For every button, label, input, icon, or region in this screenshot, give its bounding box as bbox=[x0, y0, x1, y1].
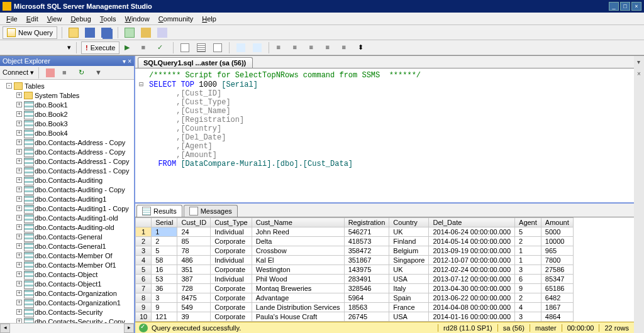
expand-toggle-icon[interactable]: + bbox=[16, 196, 22, 202]
row-header[interactable]: 4 bbox=[136, 256, 152, 265]
include-stats-button[interactable]: ≡ bbox=[339, 41, 353, 54]
expand-toggle-icon[interactable]: + bbox=[16, 205, 22, 211]
indent-button[interactable]: ≡ bbox=[274, 41, 287, 54]
table-row[interactable]: 3578CorporateCrossbow358472Belgium2013-0… bbox=[136, 246, 574, 256]
grid-cell[interactable]: 2014-05-14 00:00:00.000 bbox=[429, 237, 515, 246]
grid-cell[interactable]: 2012-10-07 00:00:00.000 bbox=[429, 256, 515, 265]
grid-cell[interactable]: Individual bbox=[211, 227, 252, 237]
grid-cell[interactable]: Lande Distribution Services bbox=[252, 303, 344, 312]
grid-cell[interactable]: UK bbox=[389, 265, 429, 275]
tree-node[interactable]: +dbo.Contacts-Address - Copy bbox=[4, 147, 134, 156]
scroll-left-button[interactable]: ◂ bbox=[0, 324, 10, 333]
column-header[interactable]: Amount bbox=[541, 218, 573, 227]
comment-button[interactable] bbox=[234, 41, 248, 54]
new-query-button[interactable]: New Query bbox=[3, 26, 57, 39]
debug-button[interactable]: ▶ bbox=[122, 41, 136, 54]
expand-toggle-icon[interactable]: + bbox=[16, 168, 22, 173]
table-row[interactable]: 736728CorporateMontaq Breweries328546Ita… bbox=[136, 284, 574, 293]
window-maximize-button[interactable]: □ bbox=[620, 2, 630, 11]
expand-toggle-icon[interactable]: + bbox=[16, 234, 22, 239]
column-header[interactable]: Agent bbox=[515, 218, 541, 227]
column-header[interactable]: Del_Date bbox=[429, 218, 515, 227]
expand-toggle-icon[interactable]: + bbox=[16, 281, 22, 287]
tree-node[interactable]: +dbo.Contacts-Security bbox=[4, 307, 134, 317]
grid-cell[interactable]: Corporate bbox=[211, 284, 252, 293]
grid-cell[interactable]: 546271 bbox=[344, 227, 389, 237]
tree-node[interactable]: +dbo.Book1 bbox=[4, 100, 134, 109]
grid-cell[interactable]: 65186 bbox=[541, 284, 573, 293]
expand-toggle-icon[interactable]: + bbox=[16, 243, 22, 249]
grid-cell[interactable]: 16 bbox=[152, 265, 177, 275]
grid-cell[interactable]: John Reed bbox=[252, 227, 344, 237]
table-row[interactable]: 2285CorporateDelta418573Finland2014-05-1… bbox=[136, 237, 574, 246]
grid-cell[interactable]: 1 bbox=[515, 256, 541, 265]
tree-node[interactable]: +dbo.Contacts-Address1 - Copy bbox=[4, 156, 134, 166]
grid-cell[interactable]: 3 bbox=[152, 293, 177, 303]
grid-cell[interactable]: 85347 bbox=[541, 275, 573, 284]
grid-cell[interactable]: 5964 bbox=[344, 293, 389, 303]
save-all-button[interactable] bbox=[99, 26, 113, 39]
grid-cell[interactable]: 1 bbox=[152, 227, 177, 237]
table-row[interactable]: 653387IndividualPhil Wood283491USA2013-0… bbox=[136, 275, 574, 284]
tree-node[interactable]: +dbo.Contacts-Object bbox=[4, 270, 134, 279]
expand-toggle-icon[interactable]: + bbox=[16, 102, 22, 107]
menu-window[interactable]: Window bbox=[121, 14, 153, 24]
grid-cell[interactable]: Individual bbox=[211, 256, 252, 265]
grid-cell[interactable]: 4 bbox=[515, 303, 541, 312]
window-minimize-button[interactable]: _ bbox=[609, 2, 619, 11]
grid-cell[interactable]: 2013-09-19 00:00:00.000 bbox=[429, 246, 515, 256]
grid-cell[interactable]: Spain bbox=[389, 293, 429, 303]
grid-cell[interactable]: 1867 bbox=[541, 303, 573, 312]
menu-community[interactable]: Community bbox=[155, 14, 197, 24]
grid-cell[interactable]: 121 bbox=[152, 312, 177, 322]
scroll-right-button[interactable]: ▸ bbox=[124, 324, 134, 333]
open-file-button[interactable] bbox=[67, 26, 80, 39]
row-header[interactable]: 9 bbox=[136, 303, 152, 312]
save-button[interactable] bbox=[83, 26, 97, 39]
tree-node[interactable]: +dbo.Book2 bbox=[4, 109, 134, 119]
grid-cell[interactable]: 351867 bbox=[344, 256, 389, 265]
grid-cell[interactable]: 5000 bbox=[541, 227, 573, 237]
row-header[interactable]: 5 bbox=[136, 265, 152, 275]
grid-cell[interactable]: Advantage bbox=[252, 293, 344, 303]
menu-view[interactable]: View bbox=[43, 14, 66, 24]
close-collapsed-icon[interactable]: × bbox=[637, 70, 641, 77]
grid-cell[interactable]: 8475 bbox=[177, 293, 211, 303]
grid-cell[interactable]: France bbox=[389, 303, 429, 312]
table-row[interactable]: 1124IndividualJohn Reed546271UK2014-06-2… bbox=[136, 227, 574, 237]
row-header[interactable]: 2 bbox=[136, 237, 152, 246]
grid-cell[interactable]: 2013-04-30 00:00:00.000 bbox=[429, 284, 515, 293]
expand-toggle-icon[interactable]: + bbox=[16, 319, 22, 323]
grid-cell[interactable]: Crossbow bbox=[252, 246, 344, 256]
grid-cell[interactable]: 7800 bbox=[541, 256, 573, 265]
expand-toggle-icon[interactable]: + bbox=[16, 262, 22, 268]
tree-node[interactable]: +dbo.Contacts-Auditing bbox=[4, 175, 134, 185]
tree-node[interactable]: +dbo.Contacts-Auditing1 - Copy bbox=[4, 204, 134, 213]
tree-node[interactable]: +dbo.Contacts-Auditing-old bbox=[4, 222, 134, 232]
grid-cell[interactable]: Westington bbox=[252, 265, 344, 275]
disconnect-button[interactable] bbox=[43, 67, 57, 79]
column-header[interactable]: Country bbox=[389, 218, 429, 227]
stop-button[interactable]: ■ bbox=[60, 67, 74, 79]
tree-node[interactable]: +dbo.Contacts-Auditing1-old bbox=[4, 213, 134, 222]
grid-cell[interactable]: 549 bbox=[177, 303, 211, 312]
tree-node[interactable]: +dbo.Contacts-General bbox=[4, 232, 134, 241]
grid-cell[interactable]: Phil Wood bbox=[252, 275, 344, 284]
expand-toggle-icon[interactable]: + bbox=[16, 290, 22, 296]
window-close-button[interactable]: × bbox=[631, 2, 641, 11]
uncomment-button[interactable] bbox=[250, 41, 264, 54]
autohide-pin-icon[interactable]: ▾ bbox=[123, 58, 126, 65]
grid-cell[interactable]: 283491 bbox=[344, 275, 389, 284]
connect-button[interactable]: Connect ▾ bbox=[3, 68, 34, 77]
intellisense-button[interactable]: ⬍ bbox=[355, 41, 369, 54]
tree-node[interactable]: +dbo.Book3 bbox=[4, 119, 134, 128]
menu-help[interactable]: Help bbox=[198, 14, 220, 24]
properties-collapsed-icon[interactable]: ▾ bbox=[636, 58, 643, 65]
grid-cell[interactable]: Belgium bbox=[389, 246, 429, 256]
grid-cell[interactable]: 2 bbox=[515, 293, 541, 303]
row-header[interactable]: 1 bbox=[136, 227, 152, 237]
row-header[interactable]: 7 bbox=[136, 284, 152, 293]
grid-cell[interactable]: 418573 bbox=[344, 237, 389, 246]
specify-values-button[interactable]: ≡ bbox=[306, 41, 320, 54]
grid-cell[interactable]: Corporate bbox=[211, 312, 252, 322]
